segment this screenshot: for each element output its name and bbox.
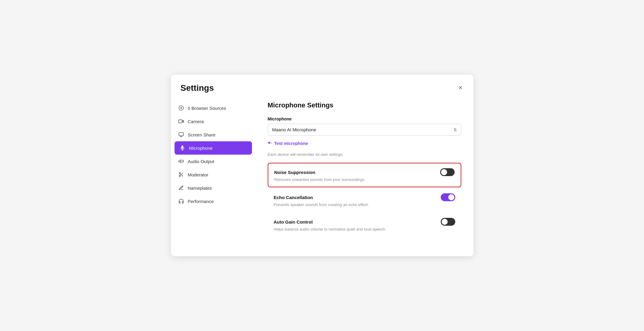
- headset-icon: [178, 198, 184, 204]
- modal-header: Settings ×: [171, 75, 473, 93]
- sidebar-label-nameplates: Nameplates: [188, 185, 212, 191]
- svg-rect-3: [179, 133, 183, 136]
- sidebar-label-moderator: Moderator: [188, 172, 208, 177]
- noise-suppression-title: Noise Suppression: [274, 170, 315, 175]
- camera-icon: [178, 118, 184, 124]
- echo-cancellation-row: Echo Cancellation Prevents speaker sound…: [268, 188, 461, 212]
- svg-marker-8: [179, 160, 181, 163]
- sidebar-item-performance[interactable]: Performance: [171, 195, 256, 208]
- sidebar-item-camera[interactable]: Camera: [171, 115, 256, 128]
- sidebar-item-moderator[interactable]: Moderator: [171, 168, 256, 181]
- sidebar-item-screen-share[interactable]: Screen Share: [171, 128, 256, 141]
- echo-cancellation-desc: Prevents speaker sounds from creating an…: [274, 202, 455, 207]
- noise-suppression-desc: Removes unwanted sounds from your surrou…: [274, 177, 455, 182]
- echo-cancellation-title: Echo Cancellation: [274, 195, 313, 200]
- auto-gain-control-row: Auto Gain Control Helps balance audio vo…: [268, 213, 461, 236]
- modal-title: Settings: [181, 83, 214, 93]
- microphone-select[interactable]: Maano AI Microphone: [268, 124, 461, 136]
- noise-suppression-header: Noise Suppression: [274, 168, 455, 176]
- svg-line-13: [180, 174, 181, 175]
- sidebar-label-microphone: Microphone: [189, 146, 213, 151]
- svg-point-10: [179, 175, 181, 177]
- settings-modal: Settings × 0 Browser Sources: [171, 75, 473, 256]
- svg-line-12: [181, 175, 183, 176]
- svg-point-1: [180, 107, 182, 109]
- echo-cancellation-toggle[interactable]: [441, 193, 455, 201]
- noise-suppression-slider: [440, 168, 455, 176]
- sidebar-label-browser-sources: 0 Browser Sources: [188, 106, 226, 111]
- sidebar-item-browser-sources[interactable]: 0 Browser Sources: [171, 101, 256, 115]
- noise-suppression-row: Noise Suppression Removes unwanted sound…: [268, 163, 461, 187]
- svg-marker-14: [268, 141, 270, 144]
- auto-gain-control-toggle[interactable]: [441, 218, 455, 226]
- auto-gain-control-title: Auto Gain Control: [274, 219, 313, 224]
- microphone-select-wrapper: Maano AI Microphone ⇅: [268, 124, 461, 136]
- mic-icon: [179, 145, 185, 151]
- svg-rect-2: [178, 120, 182, 123]
- sidebar-label-screen-share: Screen Share: [188, 132, 216, 137]
- sidebar-item-audio-output[interactable]: Audio Output: [171, 155, 256, 168]
- sidebar: 0 Browser Sources Camera: [171, 99, 256, 247]
- section-title: Microphone Settings: [268, 101, 461, 109]
- sidebar-label-camera: Camera: [188, 119, 204, 124]
- auto-gain-control-header: Auto Gain Control: [274, 218, 455, 226]
- microphone-field-label: Microphone: [268, 116, 461, 121]
- sidebar-item-nameplates[interactable]: Nameplates: [171, 181, 256, 195]
- circle-dot-icon: [178, 105, 184, 111]
- sidebar-label-audio-output: Audio Output: [188, 159, 214, 164]
- auto-gain-control-desc: Helps balance audio volume to normalize …: [274, 227, 455, 231]
- speaker-icon: [178, 158, 184, 164]
- hint-text: Each device will remember its own settin…: [268, 152, 461, 157]
- monitor-icon: [178, 132, 184, 138]
- close-button[interactable]: ×: [457, 83, 464, 92]
- main-content: Microphone Settings Microphone Maano AI …: [256, 99, 473, 247]
- test-microphone-label: Test microphone: [274, 141, 308, 146]
- modal-body: 0 Browser Sources Camera: [171, 93, 473, 256]
- echo-cancellation-slider: [441, 193, 455, 201]
- svg-point-9: [179, 172, 181, 174]
- test-microphone-button[interactable]: Test microphone: [268, 139, 308, 147]
- scissors-icon: [178, 172, 184, 178]
- noise-suppression-toggle[interactable]: [440, 168, 455, 176]
- echo-cancellation-header: Echo Cancellation: [274, 193, 455, 201]
- sidebar-item-microphone[interactable]: Microphone: [175, 141, 252, 155]
- pen-icon: [178, 185, 184, 191]
- auto-gain-control-slider: [441, 218, 455, 226]
- sidebar-label-performance: Performance: [188, 199, 214, 204]
- volume-icon: [268, 140, 273, 146]
